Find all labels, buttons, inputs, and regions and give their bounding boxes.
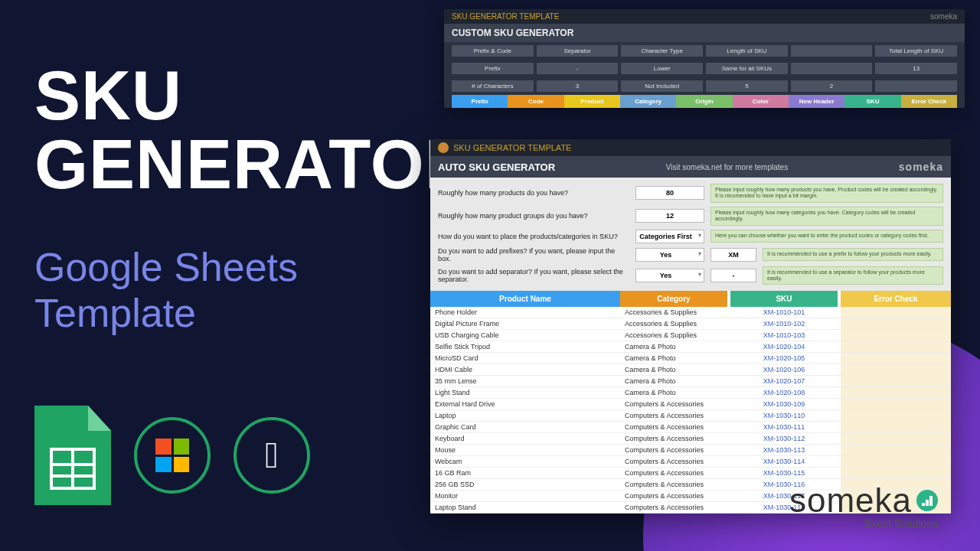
- table-row[interactable]: HDMI CableCamera & PhotoXM-1020-106: [430, 364, 951, 376]
- cell-category: Accessories & Supplies: [620, 307, 727, 318]
- back-cell: 13: [875, 63, 957, 74]
- cell-sku: XM-1020-107: [730, 376, 838, 386]
- cell-sku: XM-1030-114: [730, 456, 838, 467]
- hero-title-l2: GENERATOR: [34, 130, 475, 199]
- table-row[interactable]: USB Charging CableAccessories & Supplies…: [430, 330, 951, 341]
- table-row[interactable]: KeyboardComputers & AccessoriesXM-1030-1…: [430, 433, 951, 445]
- config-form: Roughly how many products do you have?80…: [430, 178, 951, 291]
- table-row[interactable]: 35 mm LenseCamera & PhotoXM-1020-107: [430, 376, 951, 387]
- table-row[interactable]: WebcamComputers & AccessoriesXM-1030-114: [430, 456, 951, 468]
- cell-error: [841, 399, 951, 409]
- back-cell: [791, 63, 873, 74]
- back-cell: Lower: [621, 63, 703, 74]
- cell-product: Keyboard: [430, 433, 620, 444]
- cell-sku: XM-1030-113: [730, 445, 838, 455]
- cell-category: Camera & Photo: [620, 364, 727, 375]
- table-row[interactable]: 16 GB RamComputers & AccessoriesXM-1030-…: [430, 468, 951, 479]
- hero-title: SKU GENERATOR: [34, 61, 475, 199]
- cell-category: Camera & Photo: [620, 387, 727, 398]
- table-row[interactable]: LaptopComputers & AccessoriesXM-1030-110: [430, 410, 951, 422]
- table-row[interactable]: Graphic CardComputers & AccessoriesXM-10…: [430, 422, 951, 433]
- back-header-cell: Prefix: [452, 95, 508, 108]
- windows-icon: [134, 417, 211, 494]
- cell-error: [841, 307, 951, 318]
- table-row[interactable]: External Hard DriveComputers & Accessori…: [430, 399, 951, 410]
- back-cell: 5: [706, 80, 788, 92]
- cell-sku: XM-1020-105: [730, 353, 838, 364]
- cell-sku: XM-1020-104: [730, 341, 838, 352]
- back-cell: Prefix & Code: [452, 45, 534, 57]
- secondary-input[interactable]: XM: [710, 248, 756, 262]
- back-headers: PrefixCodeProductCategoryOriginColorNew …: [444, 95, 965, 108]
- cell-product: Phone Holder: [430, 307, 620, 318]
- cell-product: Laptop Stand: [430, 502, 620, 513]
- cell-sku: XM-1030-110: [730, 410, 838, 421]
- back-cell: 3: [537, 80, 619, 92]
- cell-sku: XM-1020-106: [730, 364, 838, 375]
- form-row: How do you want to place the products/ca…: [438, 230, 943, 243]
- form-row: Do you want to add separator? If you wan…: [438, 266, 943, 285]
- table-row[interactable]: Digital Picture FrameAccessories & Suppl…: [430, 318, 951, 330]
- form-label: Roughly how many products do you have?: [438, 189, 629, 197]
- back-header-cell: New Header: [789, 95, 844, 108]
- cell-category: Computers & Accessories: [620, 410, 727, 421]
- form-row: Do you want to add prefixes? If you want…: [438, 247, 943, 262]
- number-input[interactable]: 80: [635, 186, 704, 200]
- cell-category: Camera & Photo: [620, 376, 727, 386]
- back-brand: someka: [930, 12, 957, 21]
- back-cell: 2: [791, 80, 873, 92]
- cell-error: [841, 445, 951, 455]
- front-title: AUTO SKU GENERATOR: [438, 161, 555, 173]
- cell-error: [841, 330, 951, 341]
- cell-error: [841, 422, 951, 432]
- hint-text: Please input roughly how many categories…: [710, 207, 943, 226]
- cell-error: [841, 318, 951, 329]
- cell-product: Laptop: [430, 410, 620, 421]
- back-cell: # of Characters: [452, 80, 534, 92]
- back-header-cell: Category: [620, 95, 676, 108]
- form-label: Roughly how many product groups do you h…: [438, 212, 629, 220]
- apple-icon: : [234, 417, 310, 494]
- cell-sku: XM-1020-108: [730, 387, 838, 398]
- auto-sku-window: SKU GENERATOR TEMPLATE AUTO SKU GENERATO…: [430, 139, 951, 514]
- cell-category: Computers & Accessories: [620, 422, 727, 432]
- back-row1: Prefix & CodeSeparatorCharacter TypeLeng…: [444, 42, 965, 60]
- dropdown[interactable]: Categories First: [635, 230, 704, 243]
- secondary-input[interactable]: -: [710, 269, 756, 282]
- chart-icon: [916, 490, 938, 511]
- table-row[interactable]: Phone HolderAccessories & SuppliesXM-101…: [430, 307, 951, 318]
- cell-category: Computers & Accessories: [620, 468, 727, 478]
- number-input[interactable]: 12: [635, 209, 704, 223]
- form-row: Roughly how many product groups do you h…: [438, 207, 943, 226]
- cell-error: [841, 387, 951, 398]
- cell-category: Computers & Accessories: [620, 433, 727, 444]
- dropdown[interactable]: Yes: [635, 248, 704, 262]
- table-row[interactable]: MicroSD CardCamera & PhotoXM-1020-105: [430, 353, 951, 364]
- cell-category: Computers & Accessories: [620, 445, 727, 455]
- form-label: How do you want to place the products/ca…: [438, 233, 629, 240]
- table-row[interactable]: Light StandCamera & PhotoXM-1020-108: [430, 387, 951, 399]
- cell-product: Webcam: [430, 456, 620, 467]
- back-header-cell: Error Check: [901, 95, 957, 108]
- table-row[interactable]: Selfie Stick TripodCamera & PhotoXM-1020…: [430, 341, 951, 353]
- cell-sku: XM-1030-111: [730, 422, 838, 432]
- custom-sku-window: SKU GENERATOR TEMPLATE someka CUSTOM SKU…: [444, 9, 965, 108]
- table-row[interactable]: MouseComputers & AccessoriesXM-1030-113: [430, 445, 951, 456]
- back-cell: Same for all SKUs: [706, 63, 788, 74]
- back-cell: -: [537, 63, 619, 74]
- hero-sub-l2: Template: [34, 291, 298, 337]
- footer-logo: someka Excel Solutions: [789, 481, 938, 530]
- cell-product: External Hard Drive: [430, 399, 620, 409]
- dropdown[interactable]: Yes: [635, 269, 704, 282]
- visit-link[interactable]: Visit someka.net for more templates: [666, 163, 788, 171]
- cell-sku: XM-1030-115: [730, 468, 838, 478]
- table-header: Product Name Category SKU Error Check: [430, 291, 951, 307]
- form-row: Roughly how many products do you have?80…: [438, 184, 943, 203]
- cell-sku: XM-1010-102: [730, 318, 838, 329]
- back-header-cell: Product: [564, 95, 620, 108]
- front-top-label: SKU GENERATOR TEMPLATE: [453, 143, 571, 152]
- cell-category: Computers & Accessories: [620, 399, 727, 409]
- cell-error: [841, 433, 951, 444]
- cell-error: [841, 456, 951, 467]
- hero-title-l1: SKU: [34, 61, 475, 130]
